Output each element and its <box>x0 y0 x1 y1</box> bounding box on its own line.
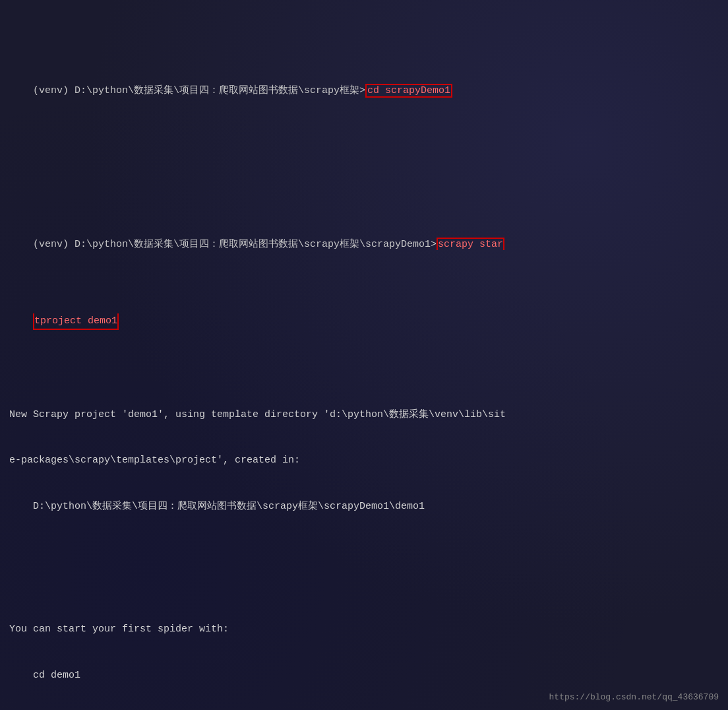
output-line-3c: D:\python\数据采集\项目四：爬取网站图书数据\scrapy框架\scr… <box>9 499 719 514</box>
cmd-line-2b: tproject demo1 <box>9 298 719 346</box>
output-line-3: New Scrapy project 'demo1', using templa… <box>9 407 719 422</box>
output-line-3b: e-packages\scrapy\templates\project', cr… <box>9 453 719 468</box>
output-line-4b: cd demo1 <box>9 668 719 683</box>
cmd-highlight-2a: scrapy star <box>437 238 504 250</box>
terminal: (venv) D:\python\数据采集\项目四：爬取网站图书数据\scrap… <box>9 7 719 710</box>
prompt-1: (venv) D:\python\数据采集\项目四：爬取网站图书数据\scrap… <box>33 85 365 96</box>
watermark: https://blog.csdn.net/qq_43636709 <box>549 692 719 702</box>
cmd-line-1: (venv) D:\python\数据采集\项目四：爬取网站图书数据\scrap… <box>9 68 719 114</box>
cmd-highlight-1: cd scrapyDemo1 <box>365 84 452 98</box>
cmd-highlight-2b: tproject demo1 <box>33 313 119 330</box>
output-line-4: You can start your first spider with: <box>9 622 719 637</box>
cmd-line-2: (venv) D:\python\数据采集\项目四：爬取网站图书数据\scrap… <box>9 222 719 268</box>
prompt-2: (venv) D:\python\数据采集\项目四：爬取网站图书数据\scrap… <box>33 239 437 250</box>
